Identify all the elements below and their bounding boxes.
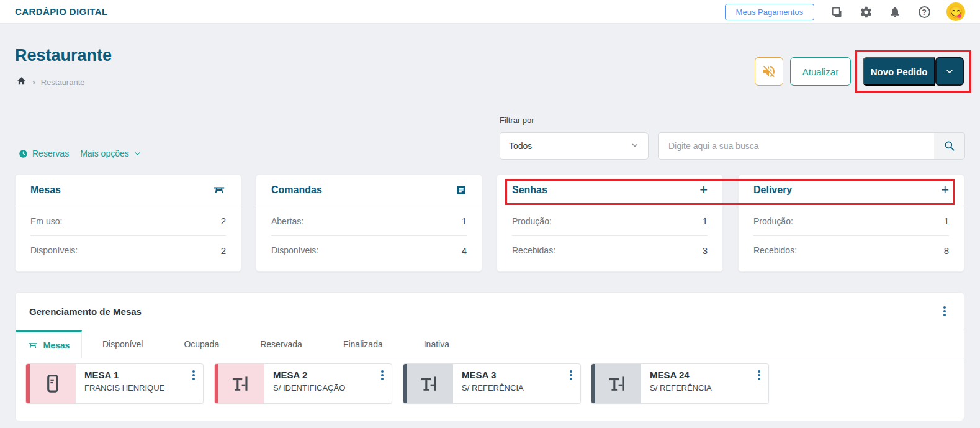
- chevron-down-icon: [945, 66, 955, 76]
- stat-value: 3: [703, 245, 708, 256]
- home-icon[interactable]: [16, 76, 27, 88]
- tab-finalizada[interactable]: Finalizada: [323, 330, 403, 358]
- plus-icon[interactable]: +: [941, 183, 949, 197]
- tab-inativa[interactable]: Inativa: [403, 330, 470, 358]
- mesa-subtitle: S/ REFERÊNCIA: [650, 383, 762, 393]
- stat-value: 4: [462, 245, 467, 256]
- kebab-menu-icon[interactable]: [753, 370, 765, 381]
- stat-card-title: Delivery: [753, 184, 792, 196]
- stat-row: Em uso: 2: [30, 206, 226, 235]
- chevron-down-icon: [133, 150, 142, 158]
- mesa-card-24[interactable]: MESA 24 S/ REFERÊNCIA: [591, 363, 769, 404]
- stat-row: Produção: 1: [512, 206, 708, 235]
- tab-reservada[interactable]: Reservada: [240, 330, 323, 358]
- quick-links: Reservas Mais opções: [19, 148, 142, 158]
- reservas-link[interactable]: Reservas: [19, 148, 69, 158]
- stat-card-delivery: Delivery + Produção: 1 Recebidos: 8: [738, 174, 964, 272]
- mesa-card-2[interactable]: MESA 2 S/ IDENTIFICAÇÃO: [214, 363, 392, 404]
- mesa-subtitle: FRANCIS HENRIQUE: [84, 383, 197, 393]
- tab-label: Finalizada: [343, 339, 383, 349]
- clock-icon: [19, 149, 28, 158]
- tab-ocupada[interactable]: Ocupada: [163, 330, 240, 358]
- stat-card-header: Mesas: [16, 175, 241, 206]
- stat-label: Abertas:: [271, 216, 303, 226]
- mesa-subtitle: S/ IDENTIFICAÇÃO: [273, 383, 385, 393]
- tab-label: Mesas: [43, 340, 70, 350]
- mesa-cards-row: MESA 1 FRANCIS HENRIQUE MESA 2 S/ IDENTI…: [16, 358, 964, 421]
- mesa-card-body: MESA 2 S/ IDENTIFICAÇÃO: [264, 364, 392, 403]
- management-tabbar: Mesas Disponível Ocupada Reservada Final…: [16, 330, 964, 358]
- search-icon: [943, 140, 956, 152]
- plus-icon[interactable]: +: [699, 183, 708, 197]
- filter-select-value: Todos: [509, 141, 532, 151]
- mesa-subtitle: S/ REFERÊNCIA: [462, 383, 574, 393]
- filter-select[interactable]: Todos: [500, 132, 649, 160]
- kebab-menu-icon[interactable]: [939, 306, 950, 317]
- kebab-menu-icon[interactable]: [377, 370, 388, 381]
- stat-label: Recebidos:: [753, 245, 797, 255]
- stat-card-mesas: Mesas Em uso: 2 Disponíveis: 2: [15, 174, 241, 272]
- breadcrumb-current: Restaurante: [41, 78, 85, 87]
- gear-icon[interactable]: [859, 5, 873, 19]
- mesa-name: MESA 3: [462, 370, 574, 380]
- stat-card-header: Delivery +: [739, 175, 964, 206]
- stat-value: 1: [944, 216, 949, 226]
- stat-label: Disponíveis:: [30, 245, 78, 255]
- stat-card-title: Comandas: [271, 184, 322, 196]
- mute-sound-button[interactable]: [755, 57, 783, 86]
- table-chair-icon: [407, 364, 453, 403]
- duplicate-windows-icon[interactable]: [830, 5, 843, 19]
- table-icon: [212, 183, 226, 197]
- topbar: CARDÁPIO DIGITAL Meus Pagamentos ? 😋: [0, 0, 980, 24]
- search-button[interactable]: [934, 132, 965, 160]
- table-icon: [27, 340, 38, 351]
- bell-icon[interactable]: [888, 5, 902, 19]
- order-list-icon: [456, 184, 467, 196]
- avatar-emoji: 😋: [948, 6, 963, 18]
- search-input[interactable]: [658, 132, 935, 160]
- stat-row: Recebidas: 3: [512, 235, 708, 265]
- breadcrumb-separator: ›: [32, 77, 35, 87]
- tab-mesas[interactable]: Mesas: [16, 330, 82, 358]
- table-chair-icon: [218, 364, 264, 403]
- tab-label: Disponível: [102, 339, 143, 349]
- help-icon[interactable]: ?: [917, 5, 931, 19]
- avatar[interactable]: 😋: [946, 2, 965, 21]
- chevron-down-icon: [631, 141, 639, 152]
- mesa-card-3[interactable]: MESA 3 S/ REFERÊNCIA: [403, 363, 581, 404]
- kebab-menu-icon[interactable]: [188, 370, 199, 381]
- stat-label: Produção:: [512, 216, 552, 226]
- stat-label: Disponíveis:: [271, 245, 318, 255]
- atualizar-button[interactable]: Atualizar: [790, 57, 851, 86]
- mesa-name: MESA 2: [273, 370, 385, 380]
- breadcrumb: › Restaurante: [16, 76, 85, 88]
- stat-value: 1: [462, 216, 467, 226]
- stat-card-title: Mesas: [30, 184, 61, 196]
- novo-pedido-dropdown-button[interactable]: [935, 57, 964, 86]
- stat-row: Abertas: 1: [271, 206, 467, 235]
- mais-opcoes-link[interactable]: Mais opções: [80, 148, 142, 158]
- help-glyph: ?: [922, 7, 927, 17]
- mesa-card-1[interactable]: MESA 1 FRANCIS HENRIQUE: [25, 363, 204, 404]
- tab-label: Ocupada: [184, 339, 219, 349]
- novo-pedido-button[interactable]: Novo Pedido: [863, 57, 935, 86]
- management-title: Gerenciamento de Mesas: [29, 306, 142, 317]
- meus-pagamentos-button[interactable]: Meus Pagamentos: [725, 4, 814, 20]
- filter-label: Filtrar por: [500, 116, 534, 125]
- mais-opcoes-label: Mais opções: [80, 148, 129, 158]
- stat-row: Produção: 1: [753, 206, 949, 235]
- stat-row: Recebidos: 8: [753, 235, 949, 265]
- management-section: Gerenciamento de Mesas Mesas Disponível …: [15, 292, 964, 421]
- muted-speaker-icon: [762, 64, 776, 79]
- reservas-label: Reservas: [32, 148, 69, 158]
- stat-card-comandas: Comandas Abertas: 1 Disponíveis: 4: [256, 174, 482, 272]
- mesa-card-body: MESA 24 S/ REFERÊNCIA: [641, 364, 768, 403]
- topbar-actions: Meus Pagamentos ? 😋: [725, 0, 965, 24]
- stat-card-header: Comandas: [256, 175, 482, 206]
- mesa-name: MESA 1: [84, 370, 197, 380]
- app-root: CARDÁPIO DIGITAL Meus Pagamentos ? 😋 Res…: [0, 0, 980, 428]
- stat-label: Produção:: [753, 216, 793, 226]
- kebab-menu-icon[interactable]: [565, 370, 577, 381]
- stat-value: 2: [221, 216, 226, 226]
- tab-disponivel[interactable]: Disponível: [82, 330, 163, 358]
